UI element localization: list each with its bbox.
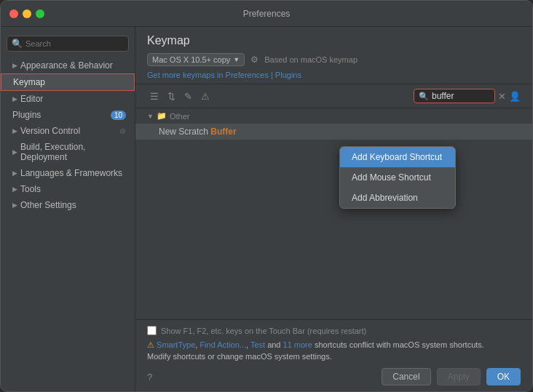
sidebar-item-label: Languages & Frameworks — [20, 168, 122, 178]
sidebar-search-box[interactable]: 🔍 — [7, 36, 129, 52]
search-clear-icon[interactable]: ✕ — [498, 91, 506, 102]
close-button[interactable] — [9, 9, 18, 18]
cancel-button[interactable]: Cancel — [382, 368, 430, 385]
content-area: ▼ 📁 Other New Scratch Buffer Add Keyboar… — [135, 108, 532, 319]
sidebar-item-label: Plugins — [12, 110, 41, 120]
sidebar-item-label: Build, Execution, Deployment — [20, 142, 126, 162]
touch-bar-label: Show F1, F2, etc. keys on the Touch Bar … — [161, 327, 366, 335]
search-input[interactable] — [432, 91, 490, 101]
chevron-right-icon: ▶ — [12, 95, 17, 103]
search-icon: 🔍 — [419, 92, 429, 101]
sidebar-item-label: Other Settings — [20, 200, 76, 210]
search-container: 🔍 — [414, 89, 495, 103]
title-bar: Preferences — [1, 1, 532, 27]
sidebar-item-plugins[interactable]: Plugins 10 — [1, 107, 135, 123]
window-title: Preferences — [243, 9, 291, 19]
keymap-name: Mac OS X 10.5+ copy — [152, 55, 230, 64]
sidebar-item-label: Editor — [20, 94, 43, 104]
table-row[interactable]: New Scratch Buffer — [135, 124, 532, 140]
minimize-button[interactable] — [23, 9, 31, 18]
context-item-add-mouse-shortcut[interactable]: Add Mouse Shortcut — [340, 167, 455, 188]
preferences-window: Preferences 🔍 ▶ Appearance & Behavior Ke… — [0, 0, 533, 392]
main-header: Keymap Mac OS X 10.5+ copy ▼ ⚙ Based on … — [135, 27, 532, 84]
warning-link-smarttype[interactable]: SmartType — [157, 340, 195, 349]
sidebar-item-label: Version Control — [20, 126, 80, 136]
warning-triangle-icon: ⚠ — [147, 340, 154, 349]
based-on-label: Based on macOS keymap — [264, 55, 358, 64]
row-name: New Scratch Buffer — [159, 127, 521, 137]
sidebar: 🔍 ▶ Appearance & Behavior Keymap ▶ Edito… — [1, 27, 135, 391]
sidebar-item-label: Appearance & Behavior — [20, 60, 113, 71]
sidebar-item-keymap[interactable]: Keymap — [1, 73, 135, 91]
warning-link-test[interactable]: Test — [250, 340, 265, 349]
settings-icon: ⚙ — [119, 127, 126, 135]
footer-checkbox-row: Show F1, F2, etc. keys on the Touch Bar … — [147, 326, 521, 335]
chevron-right-icon: ▶ — [12, 148, 17, 156]
get-more-link[interactable]: Get more keymaps in Preferences | Plugin… — [147, 71, 521, 79]
maximize-button[interactable] — [36, 9, 44, 18]
warning-link-more[interactable]: 11 more — [283, 340, 312, 349]
sidebar-item-build[interactable]: ▶ Build, Execution, Deployment — [1, 139, 135, 165]
warning-button[interactable]: ⚠ — [198, 89, 213, 103]
context-item-add-keyboard-shortcut[interactable]: Add Keyboard Shortcut — [340, 147, 455, 167]
footer: Show F1, F2, etc. keys on the Touch Bar … — [135, 319, 532, 391]
sidebar-item-label: Keymap — [13, 77, 45, 87]
footer-warning: ⚠ SmartType, Find Action..., Test and 11… — [147, 340, 521, 362]
chevron-right-icon: ▶ — [12, 185, 17, 193]
keymap-selector: Mac OS X 10.5+ copy ▼ ⚙ Based on macOS k… — [147, 53, 521, 66]
sidebar-item-label: Tools — [20, 184, 41, 194]
sidebar-search-input[interactable] — [25, 39, 124, 48]
touch-bar-checkbox[interactable] — [147, 326, 157, 335]
gear-icon[interactable]: ⚙ — [250, 55, 258, 65]
warning-link-find-action[interactable]: Find Action... — [200, 340, 246, 349]
sort-button[interactable]: ⇅ — [165, 89, 178, 103]
row-name-highlight: Buffer — [210, 127, 236, 137]
footer-buttons: ? Cancel Apply OK — [147, 368, 521, 385]
sidebar-item-languages[interactable]: ▶ Languages & Frameworks — [1, 165, 135, 181]
search-icon: 🔍 — [12, 39, 23, 49]
chevron-down-icon: ▼ — [233, 56, 240, 63]
sidebar-item-other-settings[interactable]: ▶ Other Settings — [1, 197, 135, 213]
apply-button[interactable]: Apply — [437, 368, 481, 385]
toolbar: ☰ ⇅ ✎ ⚠ 🔍 ✕ 👤 — [135, 84, 532, 108]
row-name-prefix: New Scratch — [159, 127, 210, 137]
chevron-right-icon: ▶ — [12, 201, 17, 209]
expand-all-button[interactable]: ☰ — [147, 89, 162, 103]
collapse-arrow-icon: ▼ — [147, 113, 154, 120]
group-header[interactable]: ▼ 📁 Other — [135, 108, 532, 124]
page-title: Keymap — [147, 34, 521, 47]
sidebar-item-version-control[interactable]: ▶ Version Control ⚙ — [1, 123, 135, 139]
group-name: Other — [170, 112, 190, 121]
user-icon[interactable]: 👤 — [509, 91, 521, 102]
ok-button[interactable]: OK — [486, 368, 521, 385]
chevron-right-icon: ▶ — [12, 62, 17, 69]
help-button[interactable]: ? — [147, 372, 152, 383]
main-body: 🔍 ▶ Appearance & Behavior Keymap ▶ Edito… — [1, 27, 532, 391]
plugins-badge: 10 — [111, 111, 126, 120]
chevron-right-icon: ▶ — [12, 127, 17, 135]
window-controls — [9, 9, 44, 18]
search-wrapper: 🔍 ✕ 👤 — [414, 89, 521, 103]
keymap-dropdown[interactable]: Mac OS X 10.5+ copy ▼ — [147, 53, 245, 66]
sidebar-item-tools[interactable]: ▶ Tools — [1, 181, 135, 197]
main-panel: Keymap Mac OS X 10.5+ copy ▼ ⚙ Based on … — [135, 27, 532, 391]
edit-button[interactable]: ✎ — [181, 89, 195, 103]
sidebar-item-appearance[interactable]: ▶ Appearance & Behavior — [1, 57, 135, 73]
chevron-right-icon: ▶ — [12, 169, 17, 177]
sidebar-item-editor[interactable]: ▶ Editor — [1, 91, 135, 107]
folder-icon: 📁 — [157, 111, 167, 121]
context-menu: Add Keyboard Shortcut Add Mouse Shortcut… — [339, 146, 456, 209]
context-item-add-abbreviation[interactable]: Add Abbreviation — [340, 188, 455, 208]
